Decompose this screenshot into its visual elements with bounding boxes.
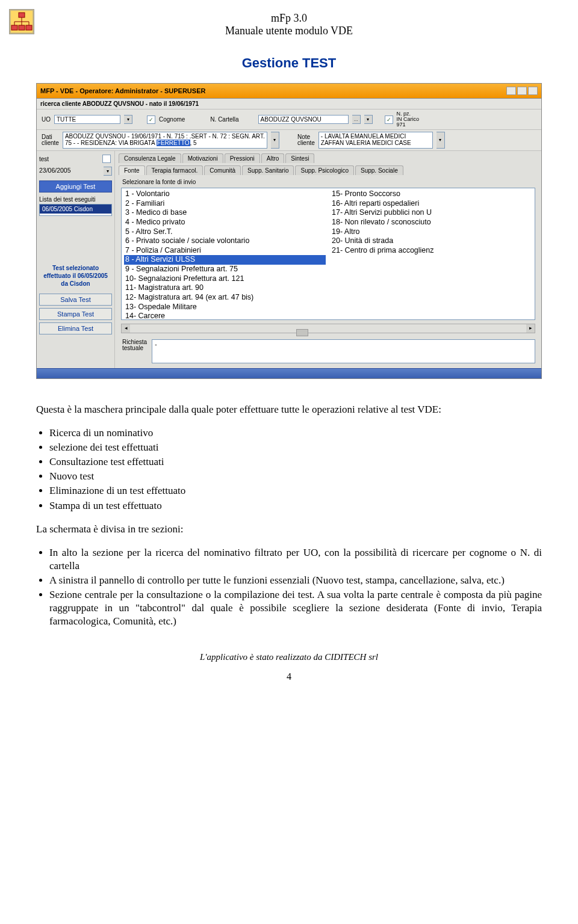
fonte-option[interactable]: 8 - Altri Servizi ULSS — [124, 255, 326, 265]
npz-checkbox[interactable]: ✓ — [385, 116, 393, 124]
test-date-field[interactable]: 23/06/2005 — [39, 167, 104, 176]
tab-supp-sanitario[interactable]: Supp. Sanitario — [242, 165, 294, 175]
list-item: Ricerca di un nominativo — [49, 427, 542, 440]
dropdown-icon[interactable]: ▾ — [437, 132, 445, 149]
client-name-field[interactable]: ABODUZZ QUVSNOU — [258, 115, 349, 124]
list-item: Nuovo test — [49, 470, 542, 483]
fonte-option[interactable]: 4 - Medico privato — [124, 218, 326, 227]
content-pane: Consulenza LegaleMotivazioniPressioniAlt… — [115, 151, 541, 368]
fonte-option[interactable]: 11- Magistratura art. 90 — [124, 283, 326, 293]
max-icon[interactable] — [517, 87, 527, 95]
tab-supp-sociale[interactable]: Supp. Sociale — [355, 165, 403, 175]
test-selected-info: Test selezionato effettuato il 06/05/200… — [39, 264, 112, 288]
scroll-left-icon[interactable]: ◂ — [122, 324, 130, 333]
svg-rect-8 — [19, 25, 25, 30]
note-cliente-label: Note cliente — [297, 134, 315, 146]
test-list-item[interactable]: 06/05/2005 Cisdon — [40, 205, 111, 214]
fonte-section-label: Selezionare la fonte di invio — [115, 175, 541, 186]
tab-pressioni[interactable]: Pressioni — [225, 153, 260, 163]
horizontal-scrollbar[interactable]: ◂ ▸ — [121, 324, 535, 333]
fonte-option[interactable]: 15- Pronto Soccorso — [331, 189, 532, 199]
section-heading: Gestione TEST — [36, 55, 542, 71]
list-item: Sezione centrale per la consultazione o … — [49, 588, 542, 628]
close-icon[interactable] — [528, 87, 538, 95]
fonte-option[interactable]: 2 - Familiari — [124, 199, 326, 209]
tab-consulenza-legale[interactable]: Consulenza Legale — [119, 153, 181, 163]
sidebar: test 23/06/2005 ▾ Aggiungi Test Lista de… — [37, 151, 115, 368]
sections-paragraph: La schermata è divisa in tre sezioni: — [36, 523, 542, 536]
cognome-checkbox[interactable]: ✓ — [147, 116, 155, 124]
fonte-option[interactable]: 10- Segnalazioni Prefettura art. 121 — [124, 274, 326, 284]
tab-terapia-farmacol-[interactable]: Terapia farmacol. — [146, 165, 204, 175]
fonte-option[interactable]: 14- Carcere — [124, 312, 326, 319]
delete-test-button[interactable]: Elimina Test — [39, 322, 112, 334]
fonte-option[interactable]: 3 - Medico di base — [124, 208, 326, 218]
add-test-button[interactable]: Aggiungi Test — [39, 180, 112, 192]
fonte-option[interactable]: 9 - Segnalazioni Prefettura art. 75 — [124, 265, 326, 274]
tab-sintesi[interactable]: Sintesi — [285, 153, 314, 163]
tabs-row-bottom: FonteTerapia farmacol.ComunitàSupp. Sani… — [115, 163, 541, 175]
fonte-option[interactable]: 12- Magistratura art. 94 (ex art. 47 bis… — [124, 293, 326, 303]
ncartella-label: N. Cartella — [210, 116, 238, 123]
fonte-option[interactable]: 7 - Polizia / Carabinieri — [124, 246, 326, 256]
list-item: In alto la sezione per la ricerca del no… — [49, 546, 542, 573]
doc-subtitle: Manuale utente modulo VDE — [36, 25, 542, 37]
list-item: Consultazione test effettuati — [49, 455, 542, 469]
window-titlebar: MFP - VDE - Operatore: Administrator - S… — [37, 84, 541, 99]
list-item: Stampa di un test effettuato — [49, 499, 542, 513]
fonte-option[interactable]: 1 - Volontario — [124, 189, 326, 199]
filter-row-2: Dati cliente ABODUZZ QUVSNOU - 19/06/197… — [37, 130, 541, 151]
svg-rect-7 — [11, 25, 17, 30]
titlebar-text: MFP - VDE - Operatore: Administrator - S… — [40, 87, 205, 94]
filter-row-1: UO TUTTE ▾ ✓ Cognome N. Cartella ABODUZZ… — [37, 109, 541, 130]
dropdown-icon[interactable]: ▾ — [364, 115, 373, 124]
test-list-label: Lista dei test eseguiti — [39, 196, 112, 203]
app-window: MFP - VDE - Operatore: Administrator - S… — [36, 83, 542, 379]
min-icon[interactable] — [506, 87, 516, 95]
app-logo — [9, 9, 34, 34]
feature-list: Ricerca di un nominativoselezione dei te… — [49, 427, 542, 513]
scroll-thumb[interactable] — [296, 329, 308, 336]
tab-motivazioni[interactable]: Motivazioni — [182, 153, 223, 163]
test-list[interactable]: 06/05/2005 Cisdon — [39, 204, 112, 216]
dropdown-icon[interactable]: ▾ — [104, 167, 112, 176]
save-test-button[interactable]: Salva Test — [39, 294, 112, 306]
fonte-option[interactable]: 5 - Altro Ser.T. — [124, 227, 326, 237]
collapse-icon[interactable] — [102, 155, 111, 163]
fonte-option[interactable]: 19- Altro — [331, 227, 532, 237]
tab-fonte[interactable]: Fonte — [119, 165, 145, 175]
tab-altro[interactable]: Altro — [261, 153, 285, 163]
fonte-option[interactable]: 13- Ospedale Militare — [124, 303, 326, 312]
fonte-listbox[interactable]: 1 - Volontario2 - Familiari3 - Medico di… — [121, 188, 535, 320]
fonte-option[interactable]: 17- Altri Servizi pubblici non U — [331, 208, 532, 218]
fonte-option[interactable]: 20- Unità di strada — [331, 236, 532, 246]
scroll-right-icon[interactable]: ▸ — [526, 324, 535, 333]
list-item: A sinistra il pannello di controllo per … — [49, 574, 542, 587]
tab-supp-psicologico[interactable]: Supp. Psicologico — [295, 165, 354, 175]
list-item: selezione dei test effettuati — [49, 441, 542, 454]
fonte-option[interactable]: 21- Centro di prima accoglienz — [331, 246, 532, 256]
dati-cliente-label: Dati cliente — [42, 134, 59, 146]
fonte-option[interactable]: 6 - Privato sociale / sociale volontario — [124, 236, 326, 246]
tabs-row-top: Consulenza LegaleMotivazioniPressioniAlt… — [115, 151, 541, 163]
doc-title: mFp 3.0 — [36, 12, 542, 25]
fonte-option[interactable]: 18- Non rilevato / sconosciuto — [331, 218, 532, 227]
dati-cliente-field[interactable]: ABODUZZ QUVSNOU - 19/06/1971 - N. 715 : … — [63, 132, 267, 149]
cognome-label: Cognome — [159, 116, 185, 123]
dropdown-icon[interactable]: ▾ — [124, 115, 132, 124]
status-bar — [37, 368, 541, 378]
tab-comunit-[interactable]: Comunità — [204, 165, 241, 175]
richiesta-textarea[interactable]: - — [152, 339, 535, 363]
richiesta-label: Richiesta testuale — [122, 339, 147, 351]
dropdown-icon[interactable]: ▾ — [271, 132, 279, 149]
svg-rect-1 — [19, 13, 25, 17]
print-test-button[interactable]: Stampa Test — [39, 308, 112, 320]
uo-label: UO — [42, 116, 51, 123]
sections-list: In alto la sezione per la ricerca del no… — [49, 546, 542, 629]
note-cliente-field[interactable]: - LAVALTA EMANUELA MEDICI ZAFFAN VALERIA… — [319, 132, 433, 149]
intro-paragraph: Questa è la maschera principale dalla qu… — [36, 403, 542, 416]
test-tab-label[interactable]: test — [39, 156, 49, 162]
fonte-option[interactable]: 16- Altri reparti ospedalieri — [331, 199, 532, 209]
uo-field[interactable]: TUTTE — [54, 115, 120, 124]
dropdown-icon[interactable]: ... — [352, 115, 361, 124]
